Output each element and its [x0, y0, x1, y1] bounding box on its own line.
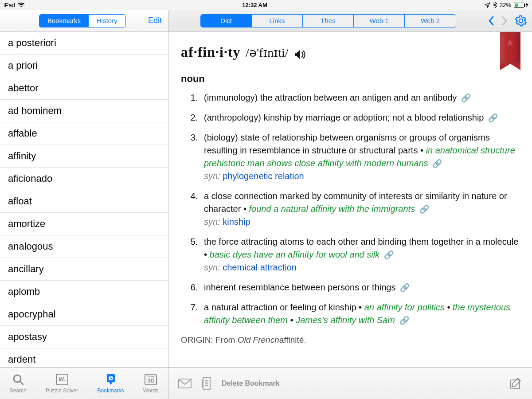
settings-gear-icon[interactable]	[515, 15, 527, 27]
list-item[interactable]: apocryphal	[0, 303, 168, 326]
wifi-icon	[18, 2, 25, 8]
speaker-icon[interactable]	[294, 49, 306, 60]
star-icon: ★	[506, 37, 515, 49]
words-calendar-icon: Today30	[145, 373, 157, 386]
tab-label: Puzzle Solver	[46, 387, 78, 394]
left-toolbar: Bookmarks History Edit	[0, 10, 168, 32]
link-icon[interactable]: 🔗	[400, 283, 410, 292]
nav-forward-button	[500, 16, 509, 26]
link-icon[interactable]: 🔗	[432, 159, 442, 168]
puzzle-solver-icon: W.	[56, 373, 68, 386]
bookmark-doc-icon[interactable]	[201, 377, 212, 390]
definition-item: (biology) state of relationship between …	[200, 131, 520, 183]
list-item[interactable]: ad hominem	[0, 100, 168, 122]
compose-icon[interactable]	[510, 377, 522, 390]
nav-back-button[interactable]	[487, 16, 496, 26]
bottom-tab-bar[interactable]: SearchW.Puzzle SolverBookmarksToday30Wor…	[0, 368, 168, 399]
headword: af·fin·i·ty	[181, 44, 241, 60]
view-tab-dict[interactable]: Dict	[201, 15, 252, 27]
status-time: 12:32 AM	[242, 2, 267, 8]
list-item[interactable]: affinity	[0, 145, 168, 168]
synonym-link[interactable]: phylogenetic relation	[223, 171, 304, 181]
list-item[interactable]: abettor	[0, 77, 168, 100]
delete-bookmark-button[interactable]: Delete Bookmark	[222, 379, 280, 387]
list-item[interactable]: ancillary	[0, 258, 168, 281]
list-item[interactable]: a priori	[0, 55, 168, 77]
list-item[interactable]: aficionado	[0, 168, 168, 190]
tab-words[interactable]: Today30Words	[143, 373, 158, 394]
edit-button[interactable]: Edit	[148, 16, 162, 25]
list-item[interactable]: aplomb	[0, 281, 168, 303]
list-item[interactable]: afloat	[0, 190, 168, 213]
tab-puzzle-solver[interactable]: W.Puzzle Solver	[46, 373, 78, 394]
view-tab-web-2[interactable]: Web 2	[405, 15, 456, 27]
list-item[interactable]: amortize	[0, 213, 168, 235]
battery-icon	[514, 2, 528, 8]
definition-item: a close connection marked by community o…	[200, 190, 520, 228]
link-icon[interactable]: 🔗	[488, 113, 498, 122]
tab-label: Bookmarks	[98, 387, 124, 394]
tab-label: Words	[143, 387, 158, 394]
tab-label: Search	[10, 387, 27, 394]
definitions-list: (immunology) the attraction between an a…	[200, 91, 520, 327]
bookmarks-icon	[106, 373, 116, 386]
definition-item: inherent resemblance between persons or …	[200, 281, 520, 294]
seg-bookmarks[interactable]: Bookmarks	[39, 15, 89, 27]
definition-item: (anthropology) kinship by marriage or ad…	[200, 111, 520, 124]
bookmarks-history-segmented[interactable]: Bookmarks History	[39, 14, 126, 27]
link-icon[interactable]: 🔗	[399, 316, 409, 325]
search-icon	[12, 373, 24, 386]
definition-item: a natural attraction or feeling of kinsh…	[200, 301, 520, 327]
link-icon[interactable]: 🔗	[461, 94, 471, 102]
view-tab-web-1[interactable]: Web 1	[354, 15, 405, 27]
definition-item: the force attracting atoms to each other…	[200, 235, 520, 274]
mail-icon[interactable]	[178, 379, 192, 388]
svg-rect-3	[179, 379, 191, 388]
synonym-link[interactable]: kinship	[223, 217, 250, 227]
bookmark-ribbon[interactable]: ★	[500, 32, 520, 64]
definition-pane: af·fin·i·ty /ə'fɪnɪti/ noun (immunology)…	[168, 32, 532, 367]
view-mode-segmented[interactable]: DictLinksThesWeb 1Web 2	[200, 14, 456, 27]
device-label: iPad	[4, 2, 15, 8]
status-bar: iPad 12:32 AM 32%	[0, 0, 532, 10]
tab-search[interactable]: Search	[10, 373, 27, 394]
tab-bookmarks[interactable]: Bookmarks	[98, 373, 124, 394]
list-item[interactable]: affable	[0, 122, 168, 145]
bluetooth-icon	[493, 2, 497, 8]
synonym-link[interactable]: chemical attraction	[223, 262, 297, 272]
battery-percent: 32%	[500, 2, 511, 8]
link-icon[interactable]: 🔗	[384, 250, 394, 259]
definition-item: (immunology) the attraction between an a…	[200, 91, 520, 104]
seg-history[interactable]: History	[89, 15, 125, 27]
part-of-speech: noun	[181, 72, 520, 86]
bookmark-word-list[interactable]: a posterioria prioriabettorad hominemaff…	[0, 32, 168, 367]
list-item[interactable]: apostasy	[0, 326, 168, 348]
view-tab-links[interactable]: Links	[252, 15, 303, 27]
svg-rect-4	[203, 378, 210, 389]
link-icon[interactable]: 🔗	[419, 205, 429, 214]
pronunciation: /ə'fɪnɪti/	[246, 46, 289, 59]
location-icon	[485, 2, 490, 8]
origin-line: ORIGIN: From Old Frenchaffinité.	[181, 334, 520, 346]
list-item[interactable]: a posteriori	[0, 32, 168, 55]
list-item[interactable]: ardent	[0, 348, 168, 367]
right-toolbar: DictLinksThesWeb 1Web 2	[168, 10, 532, 32]
bottom-bar: SearchW.Puzzle SolverBookmarksToday30Wor…	[0, 367, 532, 399]
list-item[interactable]: analogous	[0, 235, 168, 258]
view-tab-thes[interactable]: Thes	[303, 15, 354, 27]
